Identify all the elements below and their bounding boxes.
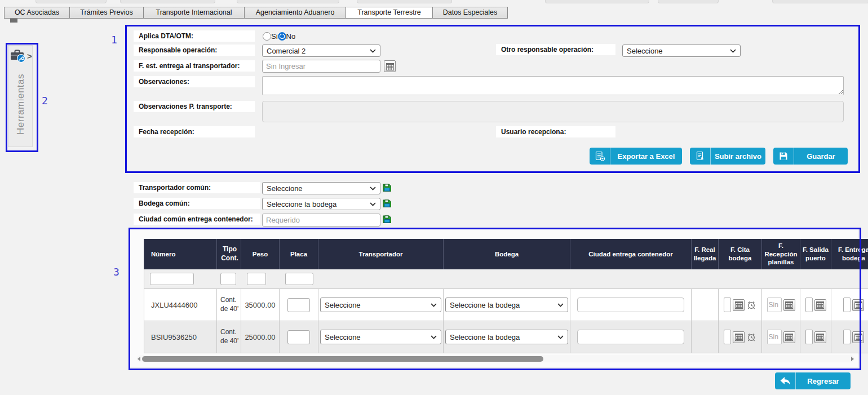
col-header-f-cita-bodega: F. Cita bodega [719,239,762,269]
tab-oc-asociadas[interactable]: OC Asociadas [4,7,70,19]
filter-numero-input[interactable] [150,273,194,285]
fest-entrega-calendar-button[interactable] [384,60,396,72]
back-arrow-icon [775,372,796,389]
transportador-row-select[interactable]: Seleccione [320,330,441,344]
aplica-dta-radio-group: SiNo [263,31,295,41]
save-bodega-button[interactable] [383,199,392,210]
alarm-clock-icon[interactable] [746,300,756,310]
annotation-number-3: 3 [113,266,119,278]
bodega-comun-label: Bodega común: [134,198,260,209]
back-button-label: Regresar [796,372,851,389]
f-recepcion-calendar-button[interactable] [783,331,795,343]
calendar-icon [816,333,824,341]
placa-input[interactable] [287,330,310,344]
scrollbar-thumb[interactable] [142,356,543,362]
f-salida-input[interactable] [805,298,813,312]
save-label: Guardar [794,148,848,165]
bodega-comun-select[interactable]: Seleccione la bodega [262,198,380,210]
save-ciudad-button[interactable] [383,215,392,226]
f-entrega-calendar-button[interactable] [852,299,864,311]
alarm-clock-icon[interactable] [746,332,756,342]
top-fragment [357,0,452,3]
f-salida-input[interactable] [805,330,813,344]
horizontal-scrollbar[interactable] [137,355,854,362]
tab-datos-especiales[interactable]: Datos Especiales [432,7,508,19]
scroll-left-arrow[interactable] [138,357,140,361]
f-recepcion-input[interactable] [767,330,782,344]
save-transportador-button[interactable] [383,183,392,194]
tab-corner-fragment [10,19,17,23]
filter-peso-input[interactable] [247,273,266,285]
radio-no-label: No [286,32,296,41]
floppy-icon [383,183,392,192]
upload-file-button[interactable]: Subir archivo [690,148,765,165]
back-button[interactable]: Regresar [775,372,851,389]
ciudad-comun-input[interactable] [262,214,380,227]
save-floppy-icon [773,148,794,165]
transportador-comun-select[interactable]: Seleccione [262,182,380,194]
transportador-row-select[interactable]: Seleccione [320,298,441,312]
fest-entrega-input[interactable] [262,60,380,73]
col-header-ciudad: Ciudad entrega contenedor [570,239,692,269]
col-header-peso: Peso [241,239,280,269]
radio-si[interactable] [263,32,271,41]
f-salida-calendar-button[interactable] [814,331,826,343]
tab-tramites-previos[interactable]: Trámites Previos [69,7,144,19]
calendar-icon [785,301,793,309]
ciudad-entrega-input[interactable] [577,330,684,344]
f-entrega-input[interactable] [843,298,851,312]
ciudad-entrega-input[interactable] [577,298,684,312]
excel-export-icon [590,148,610,165]
f-cita-input[interactable] [724,330,731,344]
tools-panel-title: Herramientas [8,65,33,144]
containers-table: Número Tipo Cont. Peso Placa Transportad… [144,239,868,353]
cell-f-real-llegada [692,289,719,321]
observaciones-textarea[interactable] [262,76,844,95]
radio-no[interactable] [278,32,286,41]
table-row: JXLU4444600 Cont. de 40' 35000.00 Selecc… [144,289,868,321]
chevron-right-icon[interactable]: > [27,51,32,61]
f-recepcion-input[interactable] [767,298,782,312]
otro-responsable-select-value: Seleccione [627,47,663,55]
responsable-label: Responsable operación: [134,45,255,56]
col-header-f-salida-puerto: F. Salida puerto [800,239,831,269]
tab-agenciamiento-aduanero[interactable]: Agenciamiento Aduanero [244,7,346,19]
f-cita-calendar-button[interactable] [733,331,745,343]
f-entrega-calendar-button[interactable] [852,331,864,343]
tab-transporte-terrestre[interactable]: Transporte Terrestre [346,7,433,19]
tools-panel[interactable]: > Herramientas [8,45,33,147]
bodega-row-select[interactable]: Seleccione la bodega [445,330,568,344]
col-header-bodega: Bodega [444,239,570,269]
tab-transporte-internacional[interactable]: Transporte Internacional [143,7,245,19]
observaciones-pt-label: Observaciones P. transporte: [134,101,255,112]
col-header-tipo-cont: Tipo Cont. [217,239,241,269]
filter-placa-input[interactable] [285,273,313,285]
responsable-select[interactable]: Comercial 2 [262,45,380,57]
f-recepcion-calendar-button[interactable] [783,299,795,311]
col-header-placa: Placa [280,239,318,269]
chevron-down-icon [431,335,437,339]
col-header-f-recepcion-planillas: F. Recepción planillas [762,239,800,269]
filter-tipo-input[interactable] [220,273,236,285]
f-salida-calendar-button[interactable] [814,299,826,311]
f-entrega-input[interactable] [843,330,851,344]
top-fragment [545,0,649,3]
scroll-right-arrow[interactable] [851,357,854,361]
bodega-row-select[interactable]: Seleccione la bodega [445,298,568,312]
f-cita-input[interactable] [724,298,731,312]
f-cita-calendar-button[interactable] [733,299,745,311]
chevron-down-icon [557,303,564,307]
bodega-row-value: Seleccione la bodega [450,301,520,309]
chevron-down-icon [557,335,564,339]
cell-peso: 35000.00 [241,289,280,321]
export-excel-button[interactable]: Exportar a Excel [590,148,682,165]
calendar-icon [854,333,862,341]
placa-input[interactable] [287,298,310,312]
cell-tipo-cont: Cont. de 40' [217,321,241,353]
transportador-row-value: Seleccione [325,301,361,309]
save-button[interactable]: Guardar [773,148,848,165]
chevron-down-icon [370,202,376,206]
page: OC Asociadas Trámites Previos Transporte… [0,0,868,395]
toolbox-icon [10,48,26,63]
otro-responsable-select[interactable]: Seleccione [622,45,741,57]
